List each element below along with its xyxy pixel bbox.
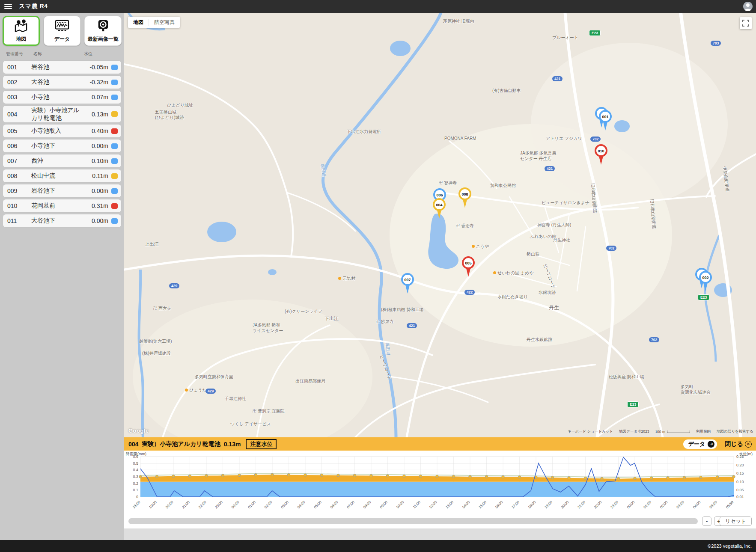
svg-text:10:00: 10:00 (395, 500, 405, 509)
map-place-label: せいわの里 まめや (493, 270, 533, 276)
svg-text:05:00: 05:00 (313, 500, 322, 509)
map-place-label: 丹生神社 (553, 237, 570, 243)
map-pin-002[interactable]: 002 (696, 269, 715, 293)
station-row-010[interactable]: 010花岡墓前0.31m (3, 199, 121, 212)
map-place-label: ふれあいの館 (530, 234, 556, 240)
station-id: 003 (7, 94, 31, 101)
station-name: 実験）小寺池アルカリ乾電池 (31, 107, 84, 122)
svg-text:07:00: 07:00 (346, 500, 355, 509)
svg-text:001: 001 (602, 115, 608, 119)
detail-level: 0.13m (224, 441, 241, 448)
poi-dot-icon (472, 245, 475, 248)
map-pin-007[interactable]: 007 (398, 271, 417, 295)
map-place-label: 松阪興産 勢和工場 (609, 374, 644, 380)
svg-text:00:00: 00:00 (230, 500, 240, 509)
route-shield-421: 421 (552, 76, 563, 81)
map-place-label: 勢和東公民館 (490, 183, 516, 189)
station-row-008[interactable]: 008松山中流0.11m (3, 169, 121, 182)
map-place-label: ビューティサロンきよ子 (542, 200, 589, 206)
zoom-out-button[interactable]: - (702, 516, 711, 526)
svg-text:05:59: 05:59 (725, 500, 734, 509)
map-pin-008[interactable]: 008 (455, 186, 474, 210)
status-chip (111, 203, 118, 209)
svg-text:08:00: 08:00 (362, 500, 372, 509)
status-chip (111, 188, 118, 194)
svg-text:20:00: 20:00 (560, 500, 569, 509)
map-pin-004[interactable]: 004 (430, 196, 449, 220)
svg-text:002: 002 (702, 276, 708, 280)
status-chip (111, 143, 118, 149)
terms-link[interactable]: 利用規約 (696, 429, 711, 434)
station-row-009[interactable]: 009岩谷池下0.00m (3, 184, 121, 197)
tab-latest-images[interactable]: 最新画像一覧 (84, 16, 122, 46)
svg-text:15:00: 15:00 (478, 500, 487, 509)
svg-text:09:00: 09:00 (379, 500, 388, 509)
station-detail-panel: 004 実験）小寺池アルカリ乾電池 0.13m 注意水位 データ ➜ 閉じる ✕… (124, 437, 756, 540)
tab-data[interactable]: データ (44, 16, 81, 46)
map-pin-001[interactable]: 001 (596, 108, 615, 132)
data-button[interactable]: データ ➜ (683, 439, 717, 449)
map-place-label: 水銀たぬき堀り (497, 294, 528, 300)
svg-text:008: 008 (461, 192, 468, 196)
map-place-label: JA多気郡 勢和 ライスセンター (253, 323, 283, 333)
arrow-right-icon: ➜ (708, 441, 714, 448)
map-place-label: ブルーオート (552, 35, 578, 41)
station-level: 0.31m (84, 202, 110, 209)
station-row-002[interactable]: 002大谷池-0.32m (3, 76, 121, 89)
svg-text:03:00: 03:00 (280, 500, 289, 509)
keyboard-shortcuts-link[interactable]: キーボード ショートカット (568, 429, 613, 434)
station-id: 010 (7, 202, 31, 209)
user-avatar-icon[interactable] (743, 2, 753, 11)
status-chip (111, 95, 118, 100)
station-id: 006 (7, 142, 31, 149)
fullscreen-button[interactable] (740, 17, 752, 29)
station-row-005[interactable]: 005小寺池取入0.40m (3, 125, 121, 137)
svg-text:02:00: 02:00 (659, 500, 668, 509)
report-error-link[interactable]: 地図の誤りを報告する (717, 429, 753, 434)
station-id: 007 (7, 157, 31, 164)
station-level: 0.00m (84, 187, 110, 194)
station-level: 0.10m (84, 157, 110, 164)
map-place-label: (株)井戸坂建設 (142, 351, 171, 356)
map-type-map[interactable]: 地図 (128, 19, 149, 26)
station-level: 0.40m (84, 128, 110, 134)
status-chip (111, 158, 118, 164)
chart-icon (54, 19, 70, 34)
detail-station-name: 実験）小寺池アルカリ乾電池 (142, 440, 220, 448)
station-row-004[interactable]: 004実験）小寺池アルカリ乾電池0.13m (3, 106, 121, 122)
menu-icon[interactable] (4, 4, 12, 9)
station-level: 0.11m (84, 172, 110, 179)
map-type-satellite[interactable]: 航空写真 (149, 19, 180, 26)
temple-icon: 卍 (253, 409, 256, 413)
svg-text:04:00: 04:00 (296, 500, 306, 509)
google-logo: Google (128, 427, 149, 434)
svg-text:010: 010 (598, 149, 604, 153)
station-row-007[interactable]: 007西沖0.10m (3, 154, 121, 167)
map-pin-010[interactable]: 010 (592, 142, 610, 166)
close-button[interactable]: 閉じる ✕ (725, 440, 752, 448)
station-row-001[interactable]: 001岩谷池-0.05m (3, 61, 121, 74)
station-row-011[interactable]: 011大谷池下0.00m (3, 214, 121, 227)
station-level: -0.32m (84, 79, 110, 86)
caution-level-badge: 注意水位 (246, 439, 277, 449)
map-pin-005[interactable]: 005 (459, 255, 478, 279)
station-row-003[interactable]: 003小寺池0.07m (3, 91, 121, 104)
map-place-label: 卍香念寺 (456, 223, 474, 229)
map-attribution: キーボード ショートカット 地図データ ©2023 100 m 利用規約 地図の… (568, 429, 753, 434)
route-shield-702: 702 (590, 137, 601, 142)
station-row-006[interactable]: 006小寺池下0.00m (3, 139, 121, 152)
map-place-label: 多気町立勢和保育園 (195, 374, 233, 380)
station-level: -0.05m (84, 64, 110, 71)
station-name: 岩谷池 (31, 63, 84, 71)
map-place-label: (有)古備自動車 (492, 88, 521, 94)
map-place-label: (株)極東精機 勢和工場 (381, 307, 423, 313)
status-chip (111, 111, 118, 117)
chart-range-track[interactable] (128, 518, 698, 524)
svg-text:17:00: 17:00 (511, 500, 520, 509)
reset-button[interactable]: リセット (720, 516, 752, 526)
svg-text:23:00: 23:00 (610, 500, 619, 509)
tab-map[interactable]: 地図 (3, 16, 40, 46)
station-name: 小寺池下 (31, 142, 84, 150)
map-canvas[interactable]: 地図 航空写真 ひよどり城址五箇篠山城 (ひよどり)城跡茅原神社 旧堀内ブルーオ… (124, 13, 756, 437)
status-chip (111, 65, 118, 70)
